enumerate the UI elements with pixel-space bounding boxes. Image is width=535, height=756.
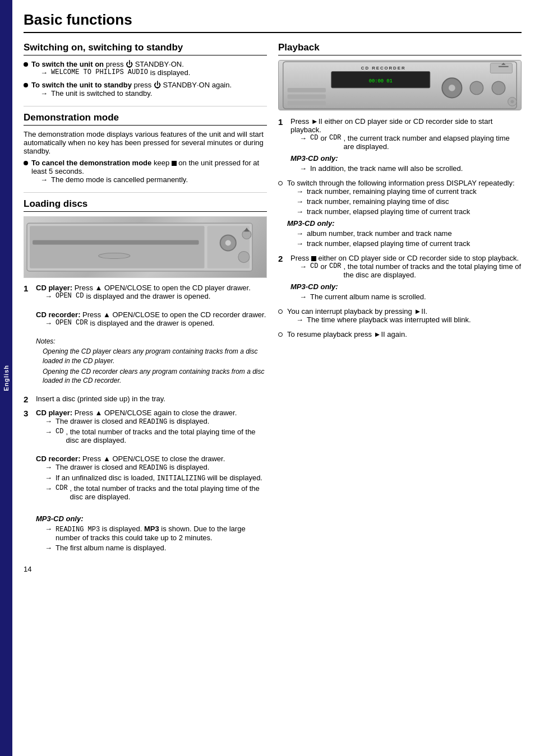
arrow-icon: → (299, 262, 307, 271)
svg-rect-1 (30, 226, 204, 268)
circle-icon (278, 309, 283, 314)
mono-text: OPEN CD (56, 292, 84, 300)
sub-text: or (320, 262, 327, 271)
sub-text: track number, remaining playing time of … (307, 187, 477, 196)
mp3-only-stop: MP3-CD only: → The current album name is… (290, 282, 522, 301)
step-content: Press either on CD player side or CD rec… (290, 254, 522, 303)
arrow-icon: → (45, 319, 52, 327)
cd-recorder-close: CD recorder: Press ▲ OPEN/CLOSE to close… (36, 454, 267, 501)
mp3-only-title: MP3-CD only: (36, 514, 267, 523)
section-demo-mode: Demonstration mode The demonstration mod… (24, 112, 267, 185)
cd-player-text: Press ▲ OPEN/CLOSE to open the CD player… (75, 284, 251, 292)
sub-text: The drawer is closed and READING is disp… (56, 463, 209, 472)
mp3-only-title: MP3-CD only: (290, 154, 522, 163)
cd-player-close: CD player: Press ▲ OPEN/CLOSE again to c… (36, 409, 267, 444)
step-text: Insert a disc (printed side up) in the t… (36, 395, 165, 403)
sub-item: → The time where playback was interrupte… (296, 316, 522, 324)
sub-item: → track number, remaining playing time o… (296, 197, 522, 206)
mp3-item: → The current album name is scrolled. (299, 293, 522, 301)
sidebar: English (0, 0, 12, 756)
arrow-icon: → (299, 293, 307, 301)
page: English Basic functions Switching on, sw… (0, 0, 535, 756)
arrow-icon: → (296, 239, 303, 248)
svg-rect-2 (33, 240, 199, 244)
text-content: press ⏻ STANDBY·ON again. (134, 81, 232, 89)
sub-text: The time where playback was interrupted … (307, 316, 471, 324)
cd-image-inner (24, 217, 266, 277)
cd-player-part: CD player: Press ▲ OPEN/CLOSE to open th… (36, 284, 267, 300)
cancel-demo-text: To cancel the demonstration mode keep on… (31, 159, 267, 185)
bold-label: To switch the unit to standby (31, 81, 132, 89)
arrow-icon: → (45, 544, 52, 552)
mp3-text: In addition, the track name will also be… (310, 164, 463, 173)
sub-item: → WELCOME TO PHILIPS AUDIO is displayed. (40, 68, 190, 77)
svg-rect-12 (490, 63, 512, 73)
step-text: You can interrupt playback by pressing ►… (287, 307, 427, 316)
playback-circle-display: To switch through the following informat… (278, 179, 522, 249)
svg-point-3 (99, 253, 130, 259)
sub-item: → The demo mode is cancelled permanently… (40, 175, 267, 184)
bullet-switch-on-text: To switch the unit on press ⏻ STANDBY·ON… (31, 60, 190, 78)
svg-point-19 (470, 81, 483, 94)
step-content: Press ►II either on CD player side or CD… (290, 117, 522, 174)
svg-point-9 (238, 252, 250, 263)
bullet-dot-icon (24, 161, 28, 165)
mono-text: CDR (56, 484, 68, 492)
player-image: CD RECORDER 00:00 01 (278, 60, 522, 110)
bullet-dot-icon (24, 83, 28, 87)
sub-item: → The drawer is closed and READING is di… (45, 417, 267, 426)
bullet-switch-standby: To switch the unit to standby press ⏻ ST… (24, 81, 267, 99)
step-content: CD player: Press ▲ OPEN/CLOSE again to c… (36, 409, 267, 554)
section-playback-title: Playback (278, 42, 522, 55)
sub-text: track number, elapsed playing time of cu… (307, 207, 470, 216)
arrow-icon: → (45, 525, 52, 533)
playback-circle-resume: To resume playback press ►II again. (278, 330, 522, 338)
mono-text: CD (310, 262, 318, 270)
main-content: Basic functions Switching on, switching … (12, 0, 535, 756)
sub-text: is displayed and the drawer is opened. (86, 292, 210, 300)
cd-recorder-text: Press ▲ OPEN/CLOSE to open the CD record… (82, 310, 266, 319)
svg-rect-23 (288, 101, 326, 105)
bold-label: To switch the unit on (31, 60, 104, 68)
step-text: Press ►II either on CD player side or CD… (290, 117, 492, 134)
section-playback: Playback (278, 42, 522, 338)
arrow-icon: → (299, 164, 307, 173)
mp3-text: READING MP3 is displayed. MP3 is shown. … (56, 525, 267, 542)
page-title: Basic functions (24, 11, 522, 33)
sub-text: or (320, 134, 327, 142)
mp3-text: The current album name is scrolled. (310, 293, 426, 301)
mp3-item: → In addition, the track name will also … (299, 164, 522, 173)
loading-step-1: 1 CD player: Press ▲ OPEN/CLOSE to open … (24, 284, 267, 390)
sub-item: → CD , the total number of tracks and th… (45, 428, 267, 444)
sub-text: , the total number of tracks and the tot… (344, 262, 522, 279)
sub-item: → CDR , the total number of tracks and t… (45, 484, 267, 501)
loading-step-2: 2 Insert a disc (printed side up) in the… (24, 395, 267, 404)
separator (24, 192, 267, 193)
circle-icon (278, 332, 283, 337)
mp3-text: The first album name is displayed. (56, 544, 166, 552)
player-body: CD RECORDER 00:00 01 (279, 61, 521, 110)
playback-circle-interrupt: You can interrupt playback by pressing ►… (278, 307, 522, 326)
arrow-icon: → (296, 229, 303, 238)
left-column: Switching on, switching to standby To sw… (24, 42, 267, 573)
step-number: 1 (278, 117, 286, 127)
text-content: Press ▲ OPEN/CLOSE again to close the dr… (75, 409, 237, 417)
step-number: 1 (24, 284, 31, 293)
bold-label: To cancel the demonstration mode (31, 159, 151, 167)
cd-image (24, 216, 267, 278)
mp3-only-display: MP3-CD only: → album number, track numbe… (287, 219, 522, 248)
sub-item: → CD or CDR , the total number of tracks… (299, 262, 522, 279)
sub-item: → If an unfinalized disc is loaded, INIT… (45, 474, 267, 483)
text-content: press ⏻ STANDBY·ON. (106, 60, 184, 68)
cd-recorder-label: CD recorder: (36, 310, 80, 319)
svg-point-18 (449, 85, 455, 91)
sub-text: The drawer is closed and READING is disp… (56, 417, 209, 426)
arrow-icon: → (296, 316, 303, 324)
notes-title: Notes: (36, 337, 267, 345)
step-number: 2 (278, 254, 286, 263)
step-text: To resume playback press ►II again. (287, 330, 407, 338)
arrow-icon: → (296, 197, 303, 206)
bullet-switch-standby-text: To switch the unit to standby press ⏻ ST… (31, 81, 232, 99)
mp3-text: track number, elapsed playing time of cu… (307, 239, 470, 248)
sub-text: is displayed and the drawer is opened. (90, 319, 215, 327)
